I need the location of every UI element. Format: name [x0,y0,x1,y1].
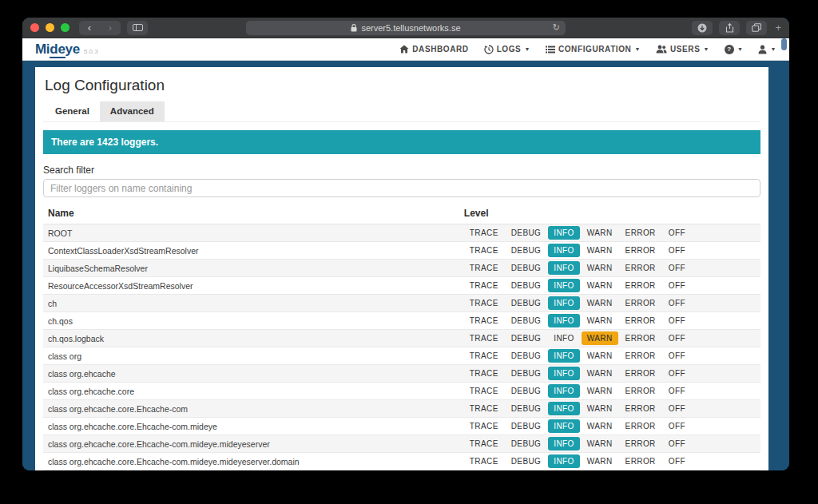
level-button-error[interactable]: ERROR [620,226,661,240]
tab-advanced[interactable]: Advanced [100,101,165,121]
level-button-warn[interactable]: WARN [582,384,618,398]
level-button-error[interactable]: ERROR [620,384,661,398]
level-button-warn[interactable]: WARN [582,244,618,257]
level-button-off[interactable]: OFF [663,384,691,398]
level-button-trace[interactable]: TRACE [464,314,504,327]
downloads-button[interactable] [692,21,713,35]
search-input[interactable] [43,179,760,197]
level-button-info[interactable]: INFO [548,437,580,450]
level-button-error[interactable]: ERROR [620,296,661,310]
level-button-error[interactable]: ERROR [620,314,661,327]
level-button-off[interactable]: OFF [663,331,691,345]
level-button-off[interactable]: OFF [663,437,691,450]
level-button-error[interactable]: ERROR [620,367,661,380]
level-button-warn[interactable]: WARN [582,279,618,292]
level-button-debug[interactable]: DEBUG [506,261,547,275]
level-button-trace[interactable]: TRACE [464,261,504,275]
menu-item-account[interactable]: ▼ [758,45,776,54]
zoom-window-button[interactable] [61,23,69,32]
level-button-warn[interactable]: WARN [582,402,618,415]
minimize-window-button[interactable] [46,23,54,32]
new-tab-button[interactable]: + [775,22,781,34]
address-bar[interactable]: server5.tellusnetworks.se ↻ [246,21,566,35]
level-button-info[interactable]: INFO [548,367,580,380]
level-button-trace[interactable]: TRACE [464,384,504,398]
level-button-debug[interactable]: DEBUG [506,331,547,345]
tab-general[interactable]: General [45,101,100,121]
forward-button[interactable]: › [100,22,121,34]
level-button-off[interactable]: OFF [663,454,691,468]
level-button-trace[interactable]: TRACE [464,437,504,450]
level-button-debug[interactable]: DEBUG [506,367,547,380]
level-button-warn[interactable]: WARN [582,367,618,380]
level-button-error[interactable]: ERROR [620,419,661,433]
level-button-trace[interactable]: TRACE [464,279,504,292]
level-button-trace[interactable]: TRACE [464,349,504,363]
level-button-trace[interactable]: TRACE [464,454,504,468]
menu-item-users[interactable]: USERS▼ [656,45,709,54]
level-button-info[interactable]: INFO [548,314,580,327]
level-button-error[interactable]: ERROR [620,437,661,450]
level-button-off[interactable]: OFF [663,314,691,327]
level-button-warn[interactable]: WARN [582,226,618,240]
close-window-button[interactable] [30,23,39,32]
menu-item-configuration[interactable]: CONFIGURATION▼ [546,45,641,54]
level-button-warn[interactable]: WARN [582,296,618,310]
level-button-warn[interactable]: WARN [582,314,618,327]
level-button-trace[interactable]: TRACE [464,402,504,415]
level-button-info[interactable]: INFO [548,296,580,310]
level-button-info[interactable]: INFO [548,384,580,398]
level-button-error[interactable]: ERROR [620,244,661,257]
back-button[interactable]: ‹ [79,22,100,34]
level-button-warn[interactable]: WARN [582,261,618,275]
level-button-info[interactable]: INFO [548,226,580,240]
level-button-debug[interactable]: DEBUG [506,226,547,240]
level-button-error[interactable]: ERROR [620,349,661,363]
level-button-off[interactable]: OFF [663,402,691,415]
level-button-error[interactable]: ERROR [620,402,661,415]
level-button-debug[interactable]: DEBUG [506,419,547,433]
level-button-warn[interactable]: WARN [582,419,618,433]
level-button-info[interactable]: INFO [548,279,580,292]
level-button-error[interactable]: ERROR [620,454,661,468]
reload-icon[interactable]: ↻ [553,23,560,32]
mideye-logo[interactable]: Mideye [35,42,80,58]
level-button-warn[interactable]: WARN [582,437,618,450]
level-button-warn[interactable]: WARN [582,454,618,468]
level-button-debug[interactable]: DEBUG [506,279,547,292]
level-button-trace[interactable]: TRACE [464,419,504,433]
level-button-debug[interactable]: DEBUG [506,402,547,415]
level-button-error[interactable]: ERROR [620,331,661,345]
level-button-info[interactable]: INFO [548,419,580,433]
level-button-info[interactable]: INFO [548,261,580,275]
level-button-trace[interactable]: TRACE [464,296,504,310]
level-button-error[interactable]: ERROR [620,279,661,292]
level-button-trace[interactable]: TRACE [464,331,504,345]
level-button-debug[interactable]: DEBUG [506,349,547,363]
menu-item-help[interactable]: ? ▼ [725,45,744,54]
tab-overview-button[interactable] [746,21,767,35]
level-button-error[interactable]: ERROR [620,261,661,275]
level-button-off[interactable]: OFF [663,296,691,310]
level-button-info[interactable]: INFO [548,331,580,345]
level-button-trace[interactable]: TRACE [464,244,504,257]
level-button-trace[interactable]: TRACE [464,226,504,240]
level-button-info[interactable]: INFO [548,244,580,257]
level-button-debug[interactable]: DEBUG [506,296,547,310]
level-button-debug[interactable]: DEBUG [506,244,547,257]
level-button-info[interactable]: INFO [548,349,580,363]
page-scrollbar-thumb[interactable] [781,38,787,50]
level-button-debug[interactable]: DEBUG [506,437,547,450]
level-button-warn[interactable]: WARN [582,349,618,363]
menu-item-logs[interactable]: LOGS▼ [484,45,530,54]
level-button-debug[interactable]: DEBUG [506,314,547,327]
sidebar-toggle-button[interactable] [127,21,148,35]
level-button-debug[interactable]: DEBUG [506,384,547,398]
level-button-off[interactable]: OFF [663,349,691,363]
level-button-trace[interactable]: TRACE [464,367,504,380]
level-button-info[interactable]: INFO [548,402,580,415]
level-button-off[interactable]: OFF [663,419,691,433]
level-button-off[interactable]: OFF [663,279,691,292]
menu-item-dashboard[interactable]: DASHBOARD [399,45,468,54]
share-button[interactable] [719,21,740,35]
